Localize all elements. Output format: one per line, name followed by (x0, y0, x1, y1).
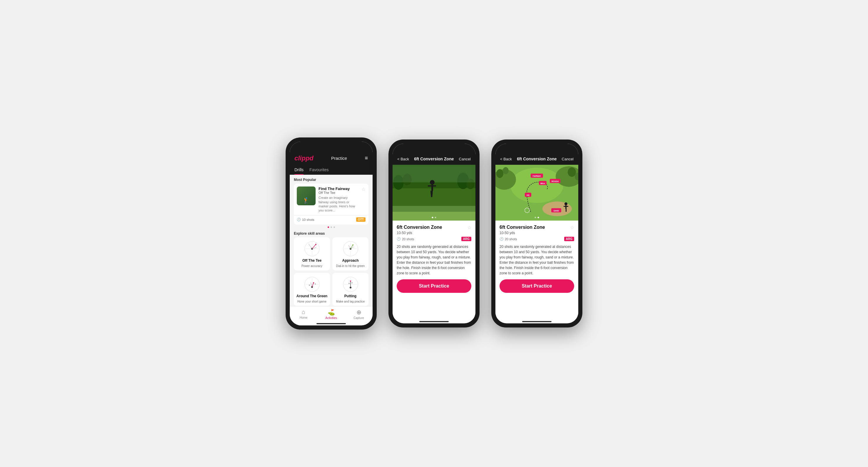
approach-icon (343, 241, 359, 257)
svg-rect-67 (565, 205, 566, 209)
svg-point-15 (352, 244, 353, 245)
svg-point-23 (309, 285, 310, 286)
nav-activities[interactable]: ⛳ Activities (317, 309, 345, 320)
app-header: clippd Practice ≡ (290, 141, 373, 165)
app-logo: clippd (294, 155, 313, 162)
drill-detail-body: 6ft Conversion Zone ☆ 10-50 yds 🕐 20 sho… (393, 221, 475, 319)
image-dot-1 (432, 217, 433, 218)
card-subtitle: Off The Tee (318, 191, 359, 194)
skill-approach-name: Approach (342, 259, 359, 263)
clock-icon: 🕐 (297, 218, 301, 222)
svg-point-48 (510, 168, 563, 203)
drill-name-3: 6ft Conversion Zone (499, 225, 545, 230)
back-button-3[interactable]: < Back (500, 157, 512, 161)
skill-card-atg[interactable]: Around The Green Hone your short game (294, 273, 330, 306)
cancel-button[interactable]: Cancel (459, 157, 471, 161)
detail-header-title: 6ft Conversion Zone (414, 157, 454, 161)
cancel-button-3[interactable]: Cancel (562, 157, 574, 161)
drill-description-3: 20 shots are randomly generated at dista… (499, 244, 574, 276)
home-bar (316, 323, 346, 324)
activities-label: Activities (325, 316, 337, 320)
skill-atg-name: Around The Green (297, 294, 327, 298)
arg-tag-3: ARG (564, 237, 574, 241)
home-icon: ⌂ (302, 309, 305, 315)
svg-line-12 (350, 245, 353, 249)
skill-card-approach[interactable]: Approach Dial-in to hit the green (332, 237, 369, 270)
featured-card[interactable]: 🏌️ Find The Fairway Off The Tee Create a… (294, 184, 369, 225)
back-button[interactable]: < Back (397, 157, 409, 161)
nav-capture[interactable]: ⊕ Capture (345, 309, 373, 320)
home-bar-3 (522, 321, 552, 322)
detail-header-3: < Back 6ft Conversion Zone Cancel (495, 144, 578, 165)
svg-text:ROUGH: ROUGH (552, 180, 559, 182)
phone-2: < Back 6ft Conversion Zone Cancel (389, 139, 479, 328)
favourite-star-icon[interactable]: ☆ (362, 187, 366, 192)
card-description: Create an imaginary fairway using trees … (318, 196, 359, 212)
nav-home[interactable]: ⌂ Home (290, 309, 317, 320)
shot-count: 🕐 10 shots (297, 218, 314, 222)
drill-image (393, 165, 475, 221)
skill-card-ott[interactable]: Off The Tee Power accuracy (294, 237, 330, 270)
detail-header-title-3: 6ft Conversion Zone (517, 157, 557, 161)
detail-header: < Back 6ft Conversion Zone Cancel (393, 144, 475, 165)
ott-tag: OTT (356, 218, 366, 222)
phone-3: < Back 6ft Conversion Zone Cancel (491, 139, 582, 328)
golf-photo-svg (393, 165, 475, 221)
skill-card-putting[interactable]: Putting Make and lag practice (332, 273, 369, 306)
dot-3 (334, 227, 335, 228)
svg-point-52 (496, 169, 503, 178)
favourite-star-icon-3[interactable]: ☆ (570, 225, 574, 230)
card-info: Find The Fairway Off The Tee Create an i… (318, 187, 359, 213)
svg-line-5 (309, 244, 312, 249)
svg-rect-46 (393, 212, 475, 221)
drill-shot-count: 🕐 20 shots (397, 237, 414, 241)
svg-point-54 (568, 167, 576, 177)
tab-bar: Drills Favourites (290, 165, 373, 175)
home-label: Home (300, 316, 308, 319)
svg-point-32 (351, 282, 352, 283)
card-title: Find The Fairway (318, 187, 359, 191)
svg-point-66 (564, 202, 567, 205)
start-practice-button-3[interactable]: Start Practice (499, 279, 574, 293)
skill-grid: Off The Tee Power accuracy (290, 237, 373, 306)
drill-detail-body-3: 6ft Conversion Zone ☆ 10-50 yds 🕐 20 sho… (495, 221, 578, 319)
menu-icon[interactable]: ≡ (365, 155, 368, 161)
image-dots (432, 217, 436, 218)
activities-icon: ⛳ (328, 309, 335, 316)
svg-rect-43 (428, 185, 436, 187)
svg-point-7 (315, 244, 316, 245)
image-dot-2 (435, 217, 436, 218)
drill-map-image: Hit Miss FAIRWAY ROUGH SAND (495, 165, 578, 221)
svg-point-41 (430, 180, 435, 185)
drill-description: 20 shots are randomly generated at dista… (397, 244, 471, 276)
svg-rect-40 (393, 165, 475, 182)
svg-line-21 (311, 282, 312, 287)
dot-1 (328, 227, 329, 228)
clock-icon-2: 🕐 (397, 237, 401, 241)
drill-shots-row-3: 🕐 20 shots ARG (499, 237, 574, 241)
svg-point-22 (313, 282, 314, 283)
favourite-star-icon[interactable]: ☆ (467, 225, 471, 230)
svg-point-31 (348, 283, 350, 284)
phone-3-screen: < Back 6ft Conversion Zone Cancel (495, 144, 578, 323)
svg-rect-69 (566, 209, 566, 212)
header-title: Practice (331, 156, 347, 161)
arg-tag: ARG (461, 237, 471, 241)
image-dots-3 (535, 217, 539, 218)
phone-1-screen: clippd Practice ≡ Drills Favourites Most… (290, 141, 373, 326)
golfer-emoji: 🏌️ (303, 197, 310, 204)
start-practice-button[interactable]: Start Practice (397, 279, 471, 293)
phone-1: clippd Practice ≡ Drills Favourites Most… (286, 137, 377, 330)
tab-favourites[interactable]: Favourites (309, 165, 329, 174)
svg-point-24 (315, 283, 316, 285)
svg-point-53 (503, 167, 508, 174)
map-svg: Hit Miss FAIRWAY ROUGH SAND (495, 165, 578, 221)
card-thumbnail: 🏌️ (297, 187, 316, 205)
ott-icon (304, 241, 320, 257)
phone-2-screen: < Back 6ft Conversion Zone Cancel (393, 144, 475, 323)
tab-drills[interactable]: Drills (294, 165, 304, 174)
skill-atg-desc: Hone your short game (298, 300, 327, 303)
atg-icon (304, 276, 320, 292)
svg-line-20 (312, 283, 313, 287)
most-popular-label: Most Popular (290, 175, 373, 184)
